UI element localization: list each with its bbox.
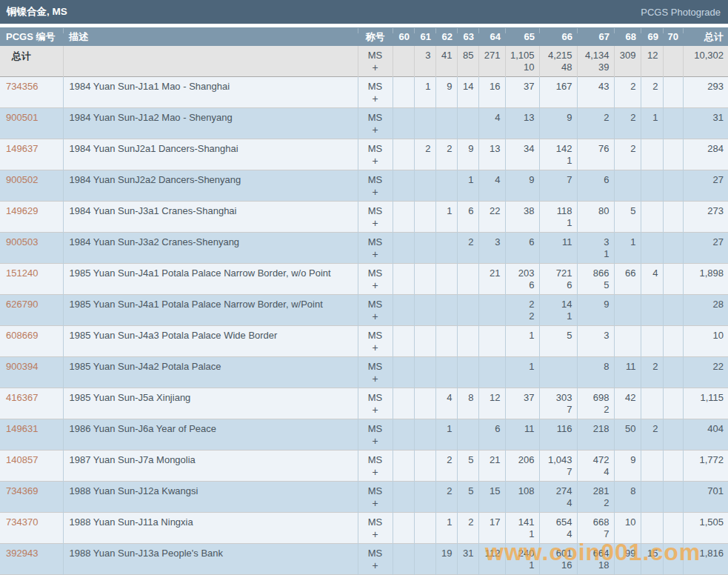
pcgs-number-link[interactable]: 900501 [6, 112, 38, 123]
plus-count [436, 310, 453, 322]
pcgs-number-link[interactable]: 392943 [6, 548, 38, 559]
grade-count [664, 112, 678, 124]
pcgs-number-link[interactable]: 151240 [6, 267, 38, 279]
grade-count [393, 143, 410, 155]
plus-count [393, 62, 410, 73]
grade-65-cell: 11 [505, 419, 539, 450]
column-header-row: PCGS 编号 描述 称号 60 61 62 63 64 65 66 67 68… [0, 27, 728, 46]
total-plus [684, 342, 724, 353]
grade-count: 2 [641, 361, 658, 373]
row-total-cell: 27 [683, 232, 728, 263]
grade-count: 11 [540, 236, 572, 248]
grade-69-cell [641, 450, 663, 481]
grade-count: 5 [458, 454, 474, 466]
grade-count: 2 [458, 516, 474, 528]
plus-count [664, 342, 678, 353]
grade-count: 303 [540, 392, 572, 404]
table-row: 9003941985 Yuan Sun-J4a2 Potala PalaceMS… [0, 356, 728, 388]
grade-count [458, 112, 474, 124]
grade-62-cell: 1 [435, 512, 457, 543]
coin-description: 1984 Yuan SunJ2a1 Dancers-Shanghai [63, 139, 358, 170]
grade-count [458, 299, 474, 310]
pcgs-number-link[interactable]: 416367 [6, 392, 38, 403]
total-plus [684, 435, 724, 447]
grade-count [664, 485, 678, 497]
pcgs-number-link[interactable]: 900502 [6, 174, 38, 185]
grade-count [641, 205, 658, 217]
pcgs-number-link[interactable]: 149631 [6, 423, 38, 434]
grade-count [393, 392, 410, 404]
row-total-cell: 22 [683, 356, 728, 388]
grade-67-cell: 8 [577, 356, 614, 388]
pcgs-number-link[interactable]: 734356 [6, 81, 38, 92]
section-title-bar: 铜镍合金, MS PCGS Photograde [0, 0, 728, 24]
grade-count: 108 [506, 485, 535, 497]
grade-count: 3 [415, 50, 431, 62]
plus-count: 1 [506, 528, 535, 540]
pcgs-number-link[interactable]: 149629 [6, 205, 38, 216]
grade-60-cell [393, 481, 414, 512]
grade-64-cell: 21 [478, 263, 505, 294]
grade-count [393, 454, 410, 466]
grade-count [664, 516, 678, 528]
grade-68-cell: 309 [614, 46, 641, 76]
grade-count [393, 236, 410, 248]
designation-ms: MS [358, 548, 393, 559]
grade-61-cell: 3 [414, 46, 435, 76]
grade-count: 116 [540, 423, 572, 435]
designation-plus: + [358, 373, 393, 385]
designation-cell: MS+ [358, 543, 393, 574]
pcgs-number-link[interactable]: 734370 [6, 516, 38, 528]
grade-62-cell: 41 [435, 46, 457, 76]
grade-69-cell [641, 201, 663, 232]
grade-66-cell: 4,21548 [539, 46, 577, 76]
grade-64-cell: 21 [478, 450, 505, 481]
designation-plus: + [358, 155, 393, 167]
pcgs-number-link[interactable]: 734369 [6, 485, 38, 496]
grade-count: 2 [615, 81, 636, 93]
grade-count [415, 112, 431, 124]
plus-count [664, 528, 678, 540]
plus-count [458, 93, 474, 104]
coin-description [63, 46, 358, 76]
plus-count [615, 373, 636, 385]
total-plus [684, 93, 724, 104]
plus-count [506, 217, 535, 229]
plus-count [664, 435, 678, 447]
designation-ms: MS [358, 361, 393, 373]
plus-count [615, 435, 636, 447]
grade-65-cell: 9 [505, 170, 539, 201]
grade-count: 1 [458, 174, 474, 186]
plus-count [393, 248, 410, 260]
pcgs-number-cell: 900394 [0, 356, 63, 388]
grade-count: 2 [615, 112, 636, 124]
grade-63-cell [457, 107, 478, 139]
grade-67-cell: 43 [577, 76, 614, 107]
pcgs-number-link[interactable]: 900503 [6, 236, 38, 247]
plus-count [641, 279, 658, 291]
grade-count: 167 [540, 81, 572, 93]
plus-count [615, 528, 636, 540]
pcgs-number-link[interactable]: 140857 [6, 454, 38, 465]
grade-65-cell: 1 [505, 325, 539, 356]
grade-count [641, 392, 658, 404]
grade-count [641, 454, 658, 466]
pcgs-number-link[interactable]: 900394 [6, 361, 38, 372]
grade-count: 206 [506, 454, 535, 466]
total-plus [684, 248, 724, 260]
pcgs-number-link[interactable]: 149637 [6, 143, 38, 154]
pcgs-number-link[interactable]: 626790 [6, 299, 38, 310]
plus-count [393, 310, 410, 322]
grade-69-cell: 12 [641, 46, 663, 76]
plus-count [664, 217, 678, 229]
total-plus [684, 279, 724, 291]
column-header-grade-60: 60 [393, 27, 414, 46]
plus-count [479, 62, 501, 73]
pcgs-number-cell: 734369 [0, 481, 63, 512]
plus-count: 10 [506, 62, 535, 73]
grade-67-cell: 4,13439 [577, 46, 614, 76]
photograde-link[interactable]: PCGS Photograde [641, 7, 721, 18]
designation-plus: + [358, 497, 393, 509]
pcgs-number-link[interactable]: 608669 [6, 330, 38, 341]
grade-count: 8 [578, 361, 610, 373]
